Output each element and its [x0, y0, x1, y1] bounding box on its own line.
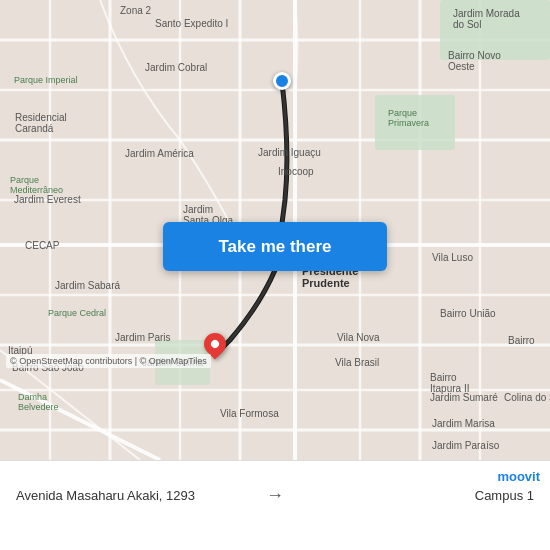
- map-view: Santo Expedito I Zona 2 Parque Imperial …: [0, 0, 550, 460]
- label-jardim-everest: Jardim Everest: [14, 194, 81, 205]
- label-parque-cedral: Parque Cedral: [48, 308, 106, 318]
- destination-label: Campus 1: [294, 488, 534, 503]
- take-me-there-button[interactable]: Take me there: [163, 222, 387, 271]
- label-jardim-sabara: Jardim Sabará: [55, 280, 120, 291]
- route-info-bar: Avenida Masaharu Akaki, 1293 → Campus 1 …: [0, 460, 550, 550]
- label-vila-brasil: Vila Brasil: [335, 357, 379, 368]
- label-bairro-novo-oeste: Bairro NovoOeste: [448, 50, 501, 72]
- label-residencial-caranda: ResidencialCarandá: [15, 112, 67, 134]
- label-jardim-paris: Jardim Paris: [115, 332, 171, 343]
- svg-rect-19: [440, 0, 550, 60]
- label-bairro-itapura: BairroItapura II: [430, 372, 469, 394]
- app-container: Santo Expedito I Zona 2 Parque Imperial …: [0, 0, 550, 550]
- label-jardim-sumare: Jardim Sumaré: [430, 392, 498, 403]
- label-bairro-uniao: Bairro União: [440, 308, 496, 319]
- arrow-icon: →: [266, 485, 284, 506]
- label-parque-imperial: Parque Imperial: [14, 75, 78, 85]
- moovit-logo: moovit: [497, 469, 540, 484]
- label-colina-do-sol: Colina do Sol: [504, 392, 550, 403]
- map-attribution: © OpenStreetMap contributors | © OpenMap…: [6, 354, 211, 368]
- svg-rect-20: [375, 95, 455, 150]
- svg-line-9: [0, 380, 160, 460]
- label-bairro: Bairro: [508, 335, 535, 346]
- label-parque-primavera: ParquePrimavera: [388, 108, 429, 128]
- label-zona2: Zona 2: [120, 5, 151, 16]
- origin-label: Avenida Masaharu Akaki, 1293: [16, 488, 256, 503]
- label-cecap: CECAP: [25, 240, 59, 251]
- origin-marker: [273, 72, 291, 90]
- label-vila-luso: Vila Luso: [432, 252, 473, 263]
- label-inocoop: Inocoop: [278, 166, 314, 177]
- label-santo-expedito: Santo Expedito I: [155, 18, 228, 29]
- label-jardim-america: Jardim América: [125, 148, 194, 159]
- label-parque-mediterraneo: ParqueMediterrâneo: [10, 175, 63, 195]
- label-jardim-iguacu: Jardim Iguaçu: [258, 147, 321, 158]
- label-damha: DamhaBelvedere: [18, 392, 59, 412]
- label-jardim-marisa: Jardim Marisa: [432, 418, 495, 429]
- label-vila-nova: Vila Nova: [337, 332, 380, 343]
- label-jardim-cobral: Jardim Cobral: [145, 62, 207, 73]
- label-vila-formosa: Vila Formosa: [220, 408, 279, 419]
- label-jardim-morada: Jardim Moradado Sol: [453, 8, 520, 30]
- label-jardim-paraiso: Jardim Paraíso: [432, 440, 499, 451]
